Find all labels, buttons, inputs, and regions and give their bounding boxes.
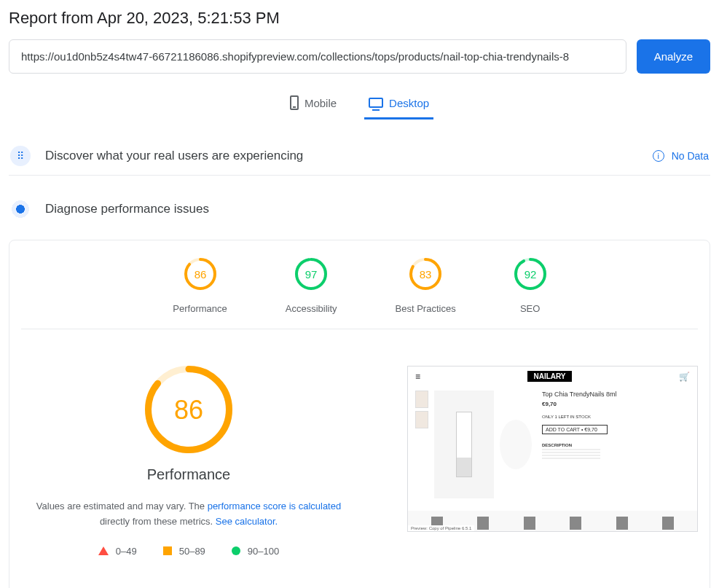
circle-icon (232, 546, 240, 555)
performance-gauge-large: 86 (145, 366, 232, 453)
square-icon (163, 546, 172, 555)
tab-mobile[interactable]: Mobile (286, 88, 341, 119)
detail-text-2: directly from these metrics. (100, 516, 216, 527)
score-best-practices[interactable]: 83Best Practices (396, 258, 456, 314)
info-icon: i (653, 150, 664, 162)
nodata-link[interactable]: i No Data (653, 150, 709, 162)
url-row: Analyze (9, 39, 710, 74)
perf-calc-link[interactable]: performance score is calculated (208, 501, 342, 511)
pv-swatch (500, 420, 532, 469)
url-input[interactable] (9, 39, 626, 74)
diagnose-box: 86Performance 97Accessibility 83Best Pra… (9, 240, 710, 588)
gauge-icon: 83 (409, 258, 441, 290)
detail-title: Performance (21, 466, 356, 483)
triangle-icon (98, 546, 109, 555)
pv-cart-button: ADD TO CART • €9,70 (542, 425, 608, 434)
pv-caption: Preview: Copy of Pipeline 6.5.1 (408, 525, 474, 531)
score-accessibility[interactable]: 97Accessibility (286, 258, 337, 314)
brand-logo: NAILARY (527, 371, 571, 382)
device-tabs: Mobile Desktop (9, 88, 710, 119)
pv-price: €9,70 (542, 401, 690, 407)
score-label: Best Practices (396, 303, 456, 314)
detail-text-1: Values are estimated and may vary. The (36, 501, 208, 511)
legend-avg: 50–89 (163, 546, 205, 557)
svg-text:97: 97 (305, 268, 318, 281)
calculator-link[interactable]: See calculator. (216, 516, 278, 527)
diagnose-icon (10, 199, 31, 219)
tab-desktop[interactable]: Desktop (364, 88, 433, 119)
svg-text:83: 83 (420, 268, 432, 281)
detail-text: Values are estimated and may vary. The p… (21, 499, 356, 530)
legend: 0–49 50–89 90–100 (21, 546, 356, 557)
score-performance[interactable]: 86Performance (173, 258, 227, 314)
crux-section: ⠿ Discover what your real users are expe… (9, 137, 710, 176)
desktop-icon (369, 98, 383, 108)
legend-fail: 0–49 (98, 546, 137, 557)
users-icon: ⠿ (10, 146, 31, 166)
gauge-icon: 97 (295, 258, 327, 290)
hamburger-icon: ≡ (415, 372, 420, 382)
cart-icon: 🛒 (679, 372, 690, 382)
pv-product-title: Top Chia TrendyNails 8ml (542, 391, 690, 398)
tab-desktop-label: Desktop (389, 97, 429, 109)
diag-title: Diagnose performance issues (45, 202, 209, 216)
page-screenshot: ≡ NAILARY 🛒 Top Chia TrendyNails 8ml €9,… (407, 366, 698, 532)
score-label: Accessibility (286, 303, 337, 314)
legend-pass: 90–100 (232, 546, 279, 557)
svg-text:92: 92 (524, 268, 536, 281)
svg-text:86: 86 (174, 395, 203, 425)
pv-main-image (434, 391, 494, 498)
pv-desc: DESCRIPTION (542, 443, 690, 447)
svg-text:86: 86 (194, 268, 206, 281)
page-title: Report from Apr 20, 2023, 5:21:53 PM (9, 9, 710, 28)
pv-thumbs (415, 391, 428, 498)
diag-section: Diagnose performance issues (9, 190, 710, 228)
score-label: Performance (173, 303, 227, 314)
score-label: SEO (514, 303, 546, 314)
legend-r2: 50–89 (179, 546, 205, 557)
pv-thumb (415, 411, 428, 428)
detail-row: 86 Performance Values are estimated and … (21, 329, 698, 557)
scores-row: 86Performance 97Accessibility 83Best Pra… (21, 258, 698, 329)
pv-info: Top Chia TrendyNails 8ml €9,70 ONLY 1 LE… (538, 391, 690, 498)
pv-thumb (415, 391, 428, 408)
score-seo[interactable]: 92SEO (514, 258, 546, 314)
crux-title: Discover what your real users are experi… (45, 149, 303, 163)
detail-left: 86 Performance Values are estimated and … (21, 366, 356, 557)
mobile-icon (290, 95, 299, 110)
legend-r3: 90–100 (248, 546, 279, 557)
tab-mobile-label: Mobile (305, 97, 337, 109)
gauge-icon: 86 (184, 258, 216, 290)
legend-r1: 0–49 (116, 546, 137, 557)
pv-stock: ONLY 1 LEFT IN STOCK (542, 415, 690, 419)
analyze-button[interactable]: Analyze (637, 39, 710, 74)
nodata-label: No Data (672, 150, 709, 162)
gauge-icon: 92 (514, 258, 546, 290)
